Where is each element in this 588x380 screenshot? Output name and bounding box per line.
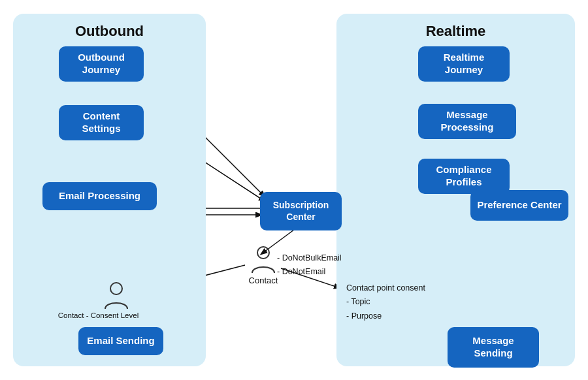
outbound-title: Outbound xyxy=(13,14,206,42)
content-settings-box: Content Settings xyxy=(59,105,144,140)
email-processing-box: Email Processing xyxy=(42,182,157,210)
realtime-journey-box: Realtime Journey xyxy=(418,46,510,82)
diagram-container: Outbound Realtime Outbound Journey Conte… xyxy=(7,7,581,373)
message-processing-box: Message Processing xyxy=(418,104,516,139)
message-sending-box: Message Sending xyxy=(448,327,539,368)
left-contact-label: Contact - Consent Level xyxy=(54,311,142,319)
contact-point-note: Contact point consent - Topic - Purpose xyxy=(346,281,425,323)
svg-point-17 xyxy=(110,283,122,294)
subscription-center-box: Subscription Center xyxy=(260,192,342,230)
preference-center-box: Preference Center xyxy=(470,190,568,221)
email-sending-box: Email Sending xyxy=(78,327,163,355)
svg-point-16 xyxy=(257,247,269,259)
contact-fields-note: - DoNotBulkEmail - DoNotEmail xyxy=(277,251,342,279)
compliance-profiles-box: Compliance Profiles xyxy=(418,159,510,194)
left-contact-person: Contact - Consent Level xyxy=(90,281,142,319)
realtime-title: Realtime xyxy=(336,14,575,42)
outbound-journey-box: Outbound Journey xyxy=(59,46,144,82)
